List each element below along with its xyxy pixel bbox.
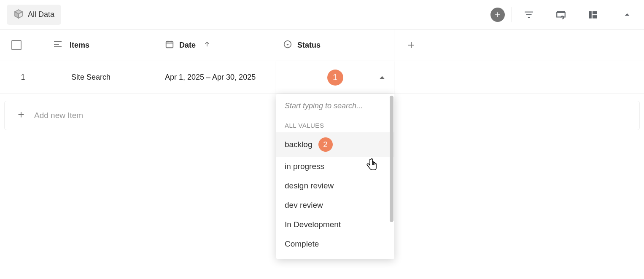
chevron-up-icon[interactable] xyxy=(617,6,637,23)
layout-icon[interactable] xyxy=(583,6,603,23)
column-header-date-label: Date xyxy=(179,41,196,50)
svg-rect-6 xyxy=(166,42,173,48)
row-cell-item[interactable]: Site Search xyxy=(46,61,158,94)
row-index: 1 xyxy=(0,73,46,82)
dropdown-option[interactable]: Complete xyxy=(276,234,394,254)
dropdown-option-label: in progress xyxy=(285,162,324,171)
dropdown-option-label: dev review xyxy=(285,201,323,210)
text-align-icon xyxy=(53,39,63,51)
column-header-items-label: Items xyxy=(70,41,89,50)
sort-ascending-icon xyxy=(203,40,211,50)
toolbar-separator xyxy=(512,7,512,22)
dropdown-option[interactable]: backlog 2 xyxy=(276,132,394,157)
dropdown-option-label: Complete xyxy=(285,239,319,249)
dropdown-option-label: design review xyxy=(285,181,334,190)
link-window-icon[interactable] xyxy=(551,6,571,23)
add-column-button[interactable] xyxy=(394,30,428,61)
svg-rect-3 xyxy=(589,11,592,18)
column-header-status[interactable]: Status xyxy=(276,30,394,61)
scrollbar[interactable] xyxy=(390,96,393,222)
dropdown-option[interactable]: In Development xyxy=(276,215,394,234)
table-header-row: Items Date Status xyxy=(0,30,644,61)
header-select-cell xyxy=(0,30,46,61)
calendar-icon xyxy=(165,40,174,51)
svg-rect-5 xyxy=(593,15,597,19)
add-new-item-label: Add new Item xyxy=(34,111,83,120)
column-header-status-label: Status xyxy=(297,41,321,50)
select-all-checkbox[interactable] xyxy=(11,40,22,50)
toolbar-separator-2 xyxy=(610,7,610,22)
status-dropdown: ALL VALUES backlog 2 in progress design … xyxy=(276,94,394,259)
dropdown-option[interactable]: in progress xyxy=(276,157,394,176)
dropdown-search-input[interactable] xyxy=(281,99,389,113)
row-cell-date[interactable]: Apr 1, 2025 – Apr 30, 2025 xyxy=(158,61,276,94)
row-cell-status[interactable]: 1 xyxy=(276,61,394,94)
filter-icon[interactable] xyxy=(519,6,539,23)
dropdown-option[interactable]: design review xyxy=(276,176,394,196)
caret-up-icon[interactable] xyxy=(380,76,385,79)
data-source-chip[interactable]: All Data xyxy=(7,5,61,25)
column-header-items[interactable]: Items xyxy=(46,30,158,61)
cube-icon xyxy=(13,9,24,21)
data-source-label: All Data xyxy=(28,10,54,19)
add-button[interactable] xyxy=(490,8,505,22)
dropdown-option[interactable]: dev review xyxy=(276,196,394,215)
svg-rect-4 xyxy=(593,11,597,14)
toolbar: All Data xyxy=(0,0,644,30)
dropdown-option-label: backlog xyxy=(285,140,313,149)
plus-icon xyxy=(16,110,26,121)
dropdown-option-label: In Development xyxy=(285,220,341,229)
table-row: 1 Site Search Apr 1, 2025 – Apr 30, 2025… xyxy=(0,61,644,94)
dropdown-circle-icon xyxy=(283,40,292,51)
column-header-date[interactable]: Date xyxy=(158,30,276,61)
annotation-marker-2: 2 xyxy=(318,137,333,152)
dropdown-section-label: ALL VALUES xyxy=(276,118,394,132)
annotation-marker-1: 1 xyxy=(327,70,343,86)
